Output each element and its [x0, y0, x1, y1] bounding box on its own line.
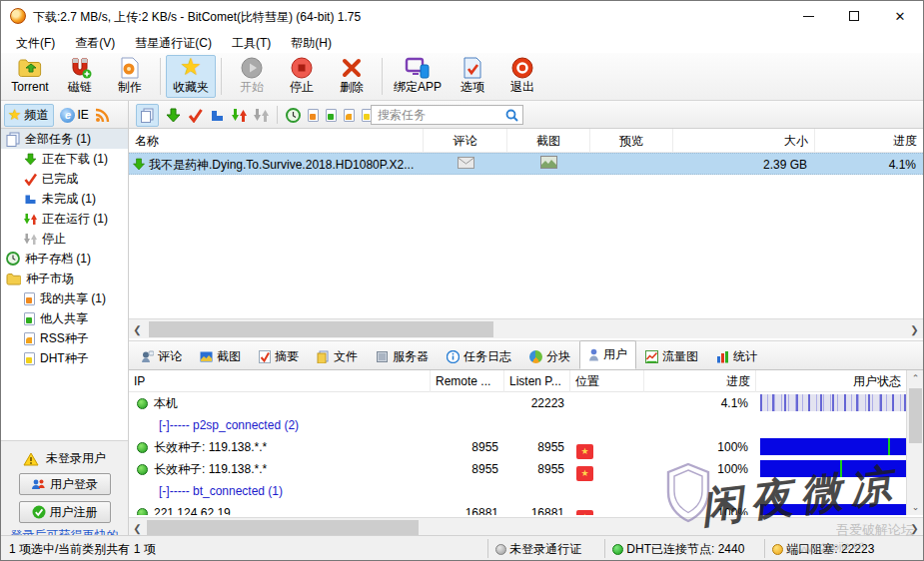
passport-status[interactable]: 未登录通行证	[495, 541, 581, 558]
dht-status[interactable]: DHT已连接节点: 2440	[612, 541, 744, 558]
options-button[interactable]: 选项	[448, 55, 497, 98]
minimize-button[interactable]	[785, 1, 831, 31]
rss-icon[interactable]	[95, 108, 110, 123]
peer-row[interactable]: 221.124.62.19 16881 16881 ★ 100%	[129, 502, 906, 515]
search-task-box	[371, 105, 523, 125]
others-share-icon[interactable]	[326, 109, 337, 122]
sidebar-item-running[interactable]: 正在运行 (1)	[1, 209, 128, 229]
downloading-filter-icon[interactable]	[166, 108, 181, 123]
view-all-tasks-button[interactable]	[136, 104, 159, 127]
scroll-up-icon[interactable]: ⌃	[907, 370, 923, 386]
search-icon[interactable]	[505, 109, 518, 122]
peer-group-row[interactable]: [-]----- p2sp_connected (2)	[129, 414, 906, 436]
comment-envelope-icon[interactable]	[458, 157, 474, 169]
menu-file[interactable]: 文件(F)	[6, 31, 65, 53]
scroll-left-icon[interactable]: ❮	[129, 319, 146, 339]
tab-screenshots[interactable]: 截图	[191, 344, 250, 369]
torrent-archive-icon[interactable]	[286, 108, 301, 123]
peer-column-remote[interactable]: Remote ...	[431, 370, 504, 392]
block-icon	[24, 193, 37, 206]
peer-hscrollbar[interactable]: ❮ ❯	[129, 517, 923, 535]
column-screenshot[interactable]: 截图	[507, 129, 590, 153]
scroll-right-icon[interactable]: ❯	[906, 518, 923, 535]
make-torrent-button[interactable]: 制作	[105, 55, 155, 98]
tab-comments[interactable]: 评论	[132, 344, 191, 369]
rss-torrent-icon[interactable]	[344, 109, 355, 122]
sidebar-item-finished[interactable]: 已完成	[1, 169, 128, 189]
sidebar-item-torrent-market[interactable]: 种子市场	[1, 269, 128, 288]
column-progress[interactable]: 进度	[815, 129, 923, 153]
peer-column-progress[interactable]: 进度	[644, 370, 756, 392]
column-preview[interactable]: 预览	[590, 129, 673, 153]
maximize-button[interactable]	[831, 1, 877, 31]
sidebar-item-all-tasks[interactable]: 全部任务 (1)	[1, 129, 128, 149]
bind-app-button[interactable]: 绑定APP	[388, 55, 448, 98]
scroll-left-icon[interactable]: ❮	[129, 518, 146, 535]
scroll-thumb[interactable]	[909, 388, 922, 443]
exit-button[interactable]: 退出	[497, 55, 547, 98]
unfinished-filter-icon[interactable]	[210, 108, 225, 123]
scroll-down-icon[interactable]: ⌄	[907, 499, 923, 515]
sidebar-item-others-share[interactable]: 他人共享	[1, 308, 128, 328]
peer-column-ip[interactable]: IP	[129, 370, 431, 392]
tab-users[interactable]: 用户	[579, 340, 636, 369]
column-comment[interactable]: 评论	[424, 129, 507, 153]
menu-view[interactable]: 查看(V)	[65, 31, 125, 53]
login-promo-link[interactable]: 登录后可获得更快的 下载速度	[1, 528, 128, 535]
delete-button[interactable]: 删除	[327, 55, 377, 98]
menu-passport[interactable]: 彗星通行证(C)	[125, 31, 222, 53]
menu-tools[interactable]: 工具(T)	[222, 31, 281, 53]
task-hscrollbar[interactable]: ❮ ❯	[129, 318, 923, 338]
task-row[interactable]: 我不是药神.Dying.To.Survive.2018.HD1080P.X2..…	[129, 153, 923, 175]
tab-files[interactable]: 文件	[308, 344, 367, 369]
peer-vscrollbar[interactable]: ⌃ ⌄	[906, 370, 923, 515]
scroll-thumb[interactable]	[147, 520, 419, 535]
tab-task-log[interactable]: 任务日志	[438, 344, 520, 369]
column-size[interactable]: 大小	[673, 129, 815, 153]
peer-column-listen[interactable]: Listen P...	[504, 370, 570, 392]
tab-traffic-graph[interactable]: 流量图	[636, 344, 707, 369]
peer-group-row[interactable]: [-]----- bt_connected (1)	[129, 480, 906, 502]
tab-statistics[interactable]: 统计	[707, 344, 766, 369]
peer-row-local[interactable]: 本机 22223 4.1%	[129, 392, 906, 414]
peer-row[interactable]: 长效种子: 119.138.*.* 8955 8955 ★ 100%	[129, 458, 906, 480]
tab-servers[interactable]: 服务器	[367, 344, 438, 369]
close-button[interactable]: ✕	[877, 1, 923, 31]
torrent-button[interactable]: Torrent	[5, 55, 55, 98]
favorites-button[interactable]: ★ 收藏夹	[166, 55, 216, 98]
scroll-right-icon[interactable]: ❯	[906, 319, 923, 339]
finished-filter-icon[interactable]	[188, 108, 203, 123]
peer-ip: 本机	[154, 396, 178, 410]
screenshot-thumb-icon[interactable]	[540, 156, 557, 169]
column-name[interactable]: 名称	[129, 129, 424, 153]
check-circle-icon	[32, 505, 46, 519]
menu-help[interactable]: 帮助(H)	[281, 31, 342, 53]
search-input[interactable]	[376, 107, 495, 123]
peer-column-status[interactable]: 用户状态	[756, 370, 906, 392]
sidebar-item-downloading[interactable]: 正在下载 (1)	[1, 149, 128, 169]
channel-button[interactable]: ★ 频道	[4, 104, 54, 127]
sidebar-item-my-share[interactable]: 我的共享 (1)	[1, 288, 128, 308]
peer-column-location[interactable]: 位置	[570, 370, 644, 392]
sidebar-item-rss-torrent[interactable]: RSS种子	[1, 328, 128, 348]
tab-pieces[interactable]: 分块	[520, 344, 579, 369]
peer-row[interactable]: 长效种子: 119.138.*.* 8955 8955 ★ 100%	[129, 436, 906, 458]
user-register-button[interactable]: 用户注册	[19, 501, 111, 523]
tab-summary[interactable]: 摘要	[250, 344, 308, 369]
magnet-link-button[interactable]: 磁链	[55, 55, 105, 98]
task-log-tab-icon	[447, 350, 460, 363]
sidebar-item-stopped[interactable]: 停止	[1, 229, 128, 249]
sidebar-item-torrent-archive[interactable]: 种子存档 (1)	[1, 249, 128, 269]
stopped-filter-icon[interactable]	[254, 108, 269, 123]
port-status[interactable]: 端口阻塞: 22223	[772, 541, 874, 558]
user-login-button[interactable]: 用户登录	[19, 473, 111, 495]
my-share-icon[interactable]	[308, 109, 319, 122]
scroll-thumb[interactable]	[149, 321, 493, 337]
running-filter-icon[interactable]	[232, 108, 247, 123]
ie-button[interactable]: e IE	[57, 104, 91, 127]
sidebar-item-dht-torrent[interactable]: DHT种子	[1, 348, 128, 368]
peer-ip: 长效种子: 119.138.*.*	[154, 440, 267, 454]
stop-button[interactable]: 停止	[277, 55, 327, 98]
sidebar-item-unfinished[interactable]: 未完成 (1)	[1, 189, 128, 209]
start-button[interactable]: 开始	[227, 55, 277, 98]
